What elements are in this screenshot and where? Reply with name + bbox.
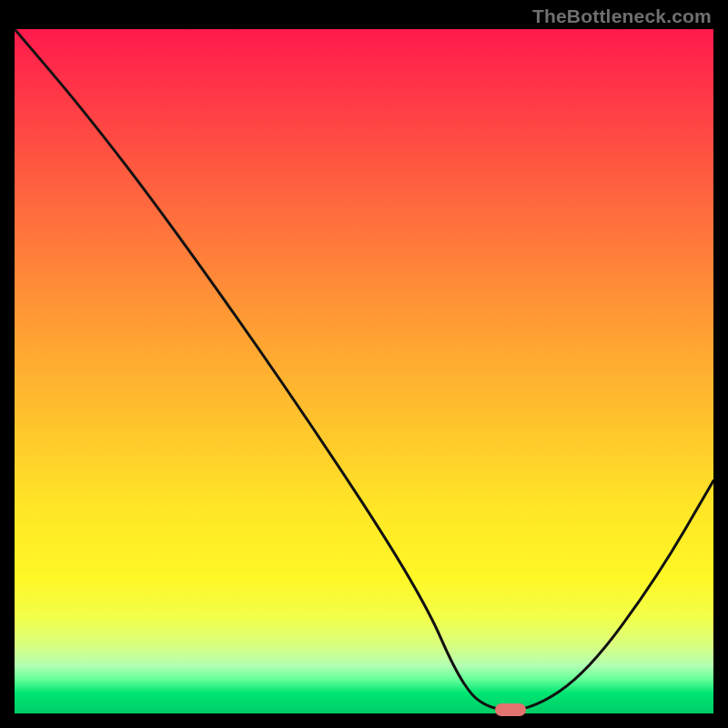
bottleneck-curve-svg	[15, 29, 713, 713]
chart-frame	[15, 29, 713, 713]
bottleneck-curve-path	[15, 29, 713, 710]
watermark-text: TheBottleneck.com	[532, 5, 712, 27]
optimal-point-marker	[495, 703, 526, 716]
